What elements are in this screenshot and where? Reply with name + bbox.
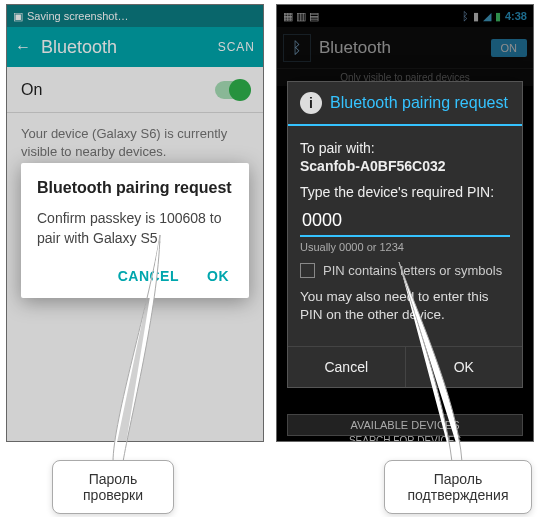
pairing-dialog: Bluetooth pairing request Confirm passke… [21,163,249,298]
pairing-dialog: i Bluetooth pairing request To pair with… [287,81,523,388]
info-icon: i [300,92,322,114]
dialog-message: Confirm passkey is 100608 to pair with G… [37,209,233,248]
pin-hint: Usually 0000 or 1234 [300,241,510,253]
dialog-note: You may also need to enter this PIN on t… [300,288,510,324]
pair-with-label: To pair with: [300,140,510,156]
pin-label: Type the device's required PIN: [300,184,510,200]
callout-right: Пароль подтверждения [384,460,532,514]
pin-value: 0000 [302,210,342,230]
dialog-title: Bluetooth pairing request [37,179,233,197]
dialog-title: Bluetooth pairing request [330,94,508,112]
checkbox-icon[interactable] [300,263,315,278]
phone-right-screenshot: ▦ ▥ ▤ ᛒ ▮ ◢ ▮ 4:38 ᛒ Bluetooth ON Only v… [276,4,534,442]
cancel-button[interactable]: Cancel [288,347,405,387]
ok-button[interactable]: OK [405,347,523,387]
pin-input[interactable]: 0000 [300,210,510,237]
phone-left-screenshot: ▣ Saving screenshot… ← Bluetooth SCAN On… [6,4,264,442]
cancel-button[interactable]: CANCEL [114,262,183,290]
ok-button[interactable]: OK [203,262,233,290]
available-devices-button[interactable]: AVAILABLE DEVICES [287,414,523,436]
letters-checkbox-row[interactable]: PIN contains letters or symbols [300,263,510,278]
device-name: Scanfob-A0BF56C032 [300,158,510,174]
search-devices-button[interactable]: SEARCH FOR DEVICES [287,435,523,442]
callout-left: Пароль проверки [52,460,174,514]
checkbox-label: PIN contains letters or symbols [323,263,502,278]
